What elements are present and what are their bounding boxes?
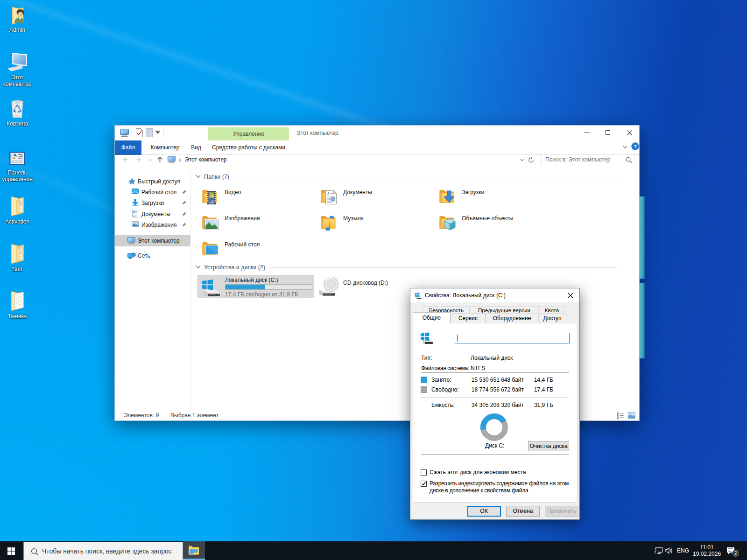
svg-text:?: ? — [634, 144, 637, 149]
svg-text:A: A — [326, 191, 330, 196]
